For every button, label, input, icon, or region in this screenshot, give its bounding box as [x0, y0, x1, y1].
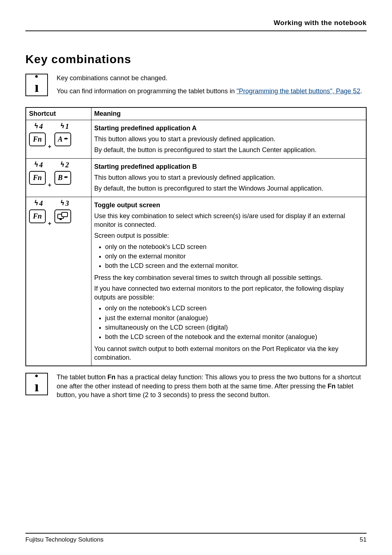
- plus-icon: +: [48, 143, 51, 151]
- tap-mark-icon: ϟ: [34, 199, 38, 207]
- b-key-icon: B✒: [54, 171, 71, 185]
- key-extra-glyph: ✒: [64, 136, 68, 143]
- tap-mark-icon: ϟ: [60, 199, 65, 207]
- shortcut-cell-0: ϟ 4 ϟ 1 Fn + A✒: [26, 120, 91, 158]
- row-text: Press the key combination several times …: [94, 273, 363, 282]
- key-label: B: [58, 173, 62, 183]
- table-header-row: Shortcut Meaning: [26, 107, 366, 120]
- info-callout: ı Key combinations cannot be changed. Yo…: [25, 74, 367, 100]
- row-text: This button allows you to start a previo…: [94, 173, 363, 182]
- list-item: both the LCD screen of the notebook and …: [105, 332, 363, 341]
- tap-mark-icon: ϟ: [34, 122, 38, 130]
- table-row: ϟ 4 ϟ 2 Fn + B✒ Starting predefined appl…: [26, 158, 366, 197]
- list-item: just the external monitor (analogue): [105, 314, 363, 322]
- row-list-1: only on the notebook's LCD screen only o…: [94, 242, 363, 270]
- row-list-2: only on the notebook's LCD screen just t…: [94, 304, 363, 341]
- list-item: only on the notebook's LCD screen: [105, 304, 363, 313]
- tap-mark-icon: ϟ: [60, 122, 65, 130]
- plus-icon: +: [48, 220, 51, 228]
- info-i-glyph: ı: [34, 75, 39, 94]
- col-shortcut-header: Shortcut: [26, 107, 91, 120]
- intro2b: .: [360, 87, 362, 95]
- tap-num: 3: [65, 199, 69, 208]
- row-text: By default, the button is preconfigured …: [94, 184, 363, 193]
- tap-num: 2: [65, 160, 69, 170]
- list-item: both the LCD screen and the external mon…: [105, 261, 363, 270]
- tap-mark-icon: ϟ: [60, 160, 65, 169]
- col-meaning-header: Meaning: [91, 107, 366, 120]
- a-key-icon: A✒: [54, 132, 71, 146]
- key-combinations-table: Shortcut Meaning ϟ 4 ϟ 1 Fn + A✒: [25, 107, 367, 366]
- svg-rect-1: [62, 212, 68, 217]
- info-i-glyph: ı: [34, 375, 39, 394]
- row-text: If you have connected two external monit…: [94, 284, 363, 302]
- programming-link[interactable]: "Programming the tablet buttons", Page 5…: [237, 87, 360, 95]
- intro-line-2: You can find information on programming …: [57, 87, 362, 95]
- key-extra-glyph: ✒: [64, 174, 68, 181]
- row-title: Starting predefined application A: [94, 125, 197, 132]
- meaning-cell-1: Starting predefined application B This b…: [91, 158, 366, 197]
- info-text: Key combinations cannot be changed. You …: [57, 74, 362, 100]
- section-heading: Key combinations: [25, 52, 367, 67]
- tap-num: 4: [39, 199, 43, 208]
- intro-line-1: Key combinations cannot be changed.: [57, 74, 362, 82]
- page-number: 51: [360, 536, 367, 544]
- row-text: You cannot switch output to both externa…: [94, 344, 363, 362]
- fn-bold: Fn: [107, 374, 115, 381]
- fn-key-icon: Fn: [29, 171, 46, 185]
- list-item: simultaneously on the LCD screen (digita…: [105, 323, 363, 332]
- list-item: only on the external monitor: [105, 252, 363, 261]
- fn-delay-note: ı The tablet button Fn has a practical d…: [25, 373, 367, 404]
- svg-rect-2: [60, 219, 62, 220]
- table-row: ϟ 4 ϟ 3 Fn +: [26, 197, 366, 366]
- meaning-cell-2: Toggle output screen Use this key combin…: [91, 197, 366, 366]
- tap-num: 4: [39, 122, 43, 131]
- shortcut-cell-2: ϟ 4 ϟ 3 Fn +: [26, 197, 91, 366]
- key-label: A: [58, 134, 62, 144]
- fn-bold: Fn: [327, 383, 335, 390]
- row-title: Toggle output screen: [94, 201, 160, 209]
- row-title: Starting predefined application B: [94, 163, 197, 170]
- shortcut-cell-1: ϟ 4 ϟ 2 Fn + B✒: [26, 158, 91, 197]
- fn-key-icon: Fn: [29, 209, 46, 223]
- row-text: By default, the button is preconfigured …: [94, 146, 363, 154]
- row-text: Screen output is possible:: [94, 231, 363, 240]
- list-item: only on the notebook's LCD screen: [105, 242, 363, 251]
- table-row: ϟ 4 ϟ 1 Fn + A✒ Starting predefined appl…: [26, 120, 366, 158]
- plus-icon: +: [48, 181, 51, 189]
- footer-left: Fujitsu Technology Solutions: [25, 536, 103, 544]
- tap-mark-icon: ϟ: [34, 160, 38, 169]
- note-text: The tablet button Fn has a practical del…: [57, 373, 367, 404]
- row-text: This button allows you to start a previo…: [94, 135, 363, 143]
- tap-num: 4: [39, 160, 43, 170]
- tap-num: 1: [65, 122, 69, 131]
- info-icon: ı: [25, 74, 48, 96]
- meaning-cell-0: Starting predefined application A This b…: [91, 120, 366, 158]
- page-footer: Fujitsu Technology Solutions 51: [25, 533, 367, 544]
- note-frag: The tablet button: [57, 374, 107, 381]
- toggle-screen-key-icon: [54, 209, 71, 223]
- chapter-header: Working with the notebook: [25, 18, 367, 31]
- fn-key-icon: Fn: [29, 132, 46, 146]
- row-text: Use this key combination to select which…: [94, 212, 363, 229]
- intro2a: You can find information on programming …: [57, 87, 237, 95]
- info-icon: ı: [25, 373, 48, 395]
